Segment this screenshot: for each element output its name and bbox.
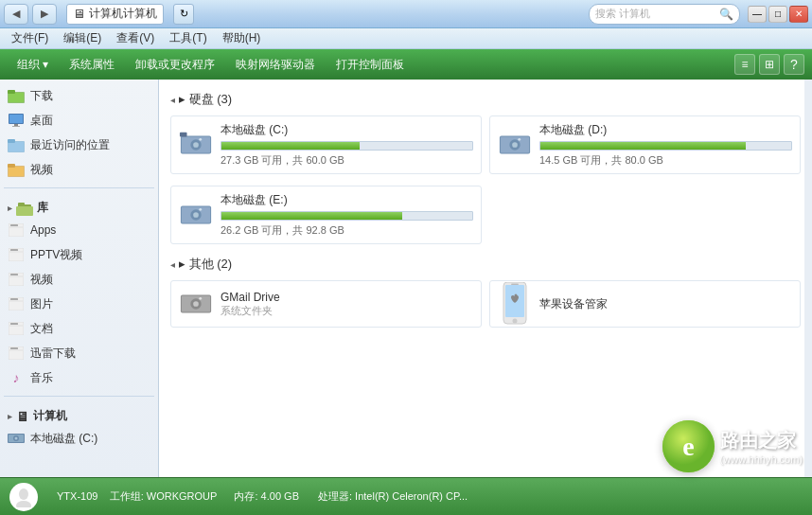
svg-rect-33 <box>10 347 18 349</box>
svg-rect-4 <box>9 115 23 123</box>
view-grid-button[interactable]: ⊞ <box>759 54 780 75</box>
toolbar-map-drive[interactable]: 映射网络驱动器 <box>226 54 325 76</box>
menu-tools[interactable]: 工具(T) <box>162 28 214 48</box>
svg-point-65 <box>16 501 31 507</box>
processor-label: 处理器: <box>318 490 352 502</box>
minimize-button[interactable]: — <box>748 6 767 23</box>
library-arrow: ▸ <box>8 204 12 213</box>
drive-d-name: 本地磁盘 (D:) <box>539 122 792 138</box>
maximize-button[interactable]: □ <box>768 6 787 23</box>
search-input[interactable]: 搜索 计算机 🔍 <box>589 4 740 25</box>
svg-text:e: e <box>682 432 694 461</box>
sidebar-divider <box>4 187 154 188</box>
other-header[interactable]: ◂ ▸ 其他 (2) <box>170 256 801 273</box>
view-list-button[interactable]: ≡ <box>734 54 755 75</box>
help-button[interactable]: ? <box>784 54 804 75</box>
others-grid: GMail Drive 系统文件夹 <box>170 280 801 328</box>
library-section: ▸ 库 Apps <box>0 190 158 394</box>
sidebar-item-pictures-label: 图片 <box>30 296 53 312</box>
menu-file[interactable]: 文件(F) <box>4 28 56 48</box>
computer-label: 计算机 <box>33 408 67 424</box>
sidebar-item-documents[interactable]: 文档 <box>0 316 158 341</box>
other-arrow: ◂ <box>170 259 175 270</box>
search-placeholder: 搜索 计算机 <box>595 7 650 21</box>
apple-device[interactable]: 苹果设备管家 <box>489 280 801 328</box>
gmail-drive[interactable]: GMail Drive 系统文件夹 <box>170 280 482 328</box>
drive-c-icon <box>179 128 213 162</box>
refresh-button[interactable]: ↻ <box>173 4 194 25</box>
status-info: YTX-109 工作组: WORKGROUP 内存: 4.00 GB <box>57 488 299 505</box>
drive-c[interactable]: 本地磁盘 (C:) 27.3 GB 可用，共 60.0 GB <box>170 115 482 174</box>
drive-e[interactable]: 本地磁盘 (E:) 26.2 GB 可用，共 92.8 GB <box>170 186 482 244</box>
drive-c-info: 本地磁盘 (C:) 27.3 GB 可用，共 60.0 GB <box>221 122 473 168</box>
sidebar-item-downloads-label: 下载 <box>30 88 53 104</box>
sidebar-item-desktop[interactable]: 桌面 <box>0 108 158 133</box>
title-bar-left: ◀ ▶ 🖥 计算机 计算机 ↻ <box>4 4 194 25</box>
drive-d-size: 14.5 GB 可用，共 80.0 GB <box>539 153 792 168</box>
documents-icon <box>8 320 25 337</box>
svg-rect-1 <box>9 93 24 102</box>
sidebar-item-music[interactable]: ♪ 音乐 <box>0 365 158 390</box>
svg-rect-8 <box>9 142 24 151</box>
menu-view[interactable]: 查看(V) <box>109 28 162 48</box>
sidebar-item-pptv[interactable]: PPTV视频 <box>0 242 158 267</box>
hard-disks-arrow: ◂ <box>170 95 175 105</box>
sidebar-item-thunder-label: 迅雷下载 <box>30 346 76 362</box>
computer-name: YTX-109 <box>57 490 97 502</box>
toolbar-view-controls: ≡ ⊞ ? <box>734 54 804 75</box>
title-bar: ◀ ▶ 🖥 计算机 计算机 ↻ 搜索 计算机 🔍 — □ ✕ <box>0 0 812 28</box>
workgroup-label: 工作组: <box>110 490 144 502</box>
toolbar-organize[interactable]: 组织 ▾ <box>8 54 58 76</box>
c-drive-icon <box>8 430 25 447</box>
drive-e-name: 本地磁盘 (E:) <box>221 192 473 208</box>
svg-point-52 <box>193 212 199 218</box>
computer-icon: 🖥 <box>73 7 85 21</box>
menu-edit[interactable]: 编辑(E) <box>56 28 109 48</box>
sidebar-item-downloads[interactable]: 下载 <box>0 83 158 108</box>
sidebar-item-thunder[interactable]: 迅雷下载 <box>0 341 158 365</box>
menu-help[interactable]: 帮助(H) <box>215 28 269 48</box>
sidebar-item-pictures[interactable]: 图片 <box>0 292 158 316</box>
sidebar-item-apps[interactable]: Apps <box>0 218 158 242</box>
watermark: e 路由之家 (www.hhhyh.com) <box>662 420 803 472</box>
sidebar-item-videos-label: 视频 <box>30 272 53 288</box>
svg-rect-11 <box>9 167 24 176</box>
sidebar-item-c-drive[interactable]: 本地磁盘 (C:) <box>0 426 158 451</box>
logo-text-area: 路由之家 (www.hhhyh.com) <box>720 428 803 465</box>
library-header[interactable]: ▸ 库 <box>0 194 158 218</box>
hard-disks-title: ▸ 硬盘 (3) <box>179 91 232 108</box>
computer-section: ▸ 🖥 计算机 本地磁盘 (C:) <box>0 399 158 454</box>
drive-e-row: 本地磁盘 (E:) 26.2 GB 可用，共 92.8 GB <box>170 186 801 244</box>
svg-point-47 <box>512 142 518 148</box>
gmail-drive-name: GMail Drive <box>221 291 280 304</box>
toolbar-control-panel[interactable]: 打开控制面板 <box>327 54 414 76</box>
thunder-icon <box>8 345 25 362</box>
drive-d-icon <box>498 128 532 162</box>
hard-disks-header[interactable]: ◂ ▸ 硬盘 (3) <box>170 91 801 108</box>
brand-name: 路由之家 <box>720 428 803 453</box>
drive-d-info: 本地磁盘 (D:) 14.5 GB 可用，共 80.0 GB <box>539 122 792 168</box>
svg-rect-43 <box>180 133 187 137</box>
toolbar-system-properties[interactable]: 系统属性 <box>60 54 124 76</box>
forward-button[interactable]: ▶ <box>32 4 57 25</box>
svg-point-64 <box>19 488 28 500</box>
svg-rect-14 <box>16 206 33 216</box>
svg-rect-27 <box>10 298 18 300</box>
sidebar-item-videos[interactable]: 视频 <box>0 267 158 292</box>
computer-header[interactable]: ▸ 🖥 计算机 <box>0 402 158 426</box>
processor-value: Intel(R) Celeron(R) CP... <box>355 490 468 502</box>
sidebar-item-video-quick[interactable]: 视频 <box>0 157 158 182</box>
address-bar[interactable]: 🖥 计算机 计算机 <box>66 4 164 25</box>
close-button[interactable]: ✕ <box>789 6 808 23</box>
drive-d[interactable]: 本地磁盘 (D:) 14.5 GB 可用，共 80.0 GB <box>489 115 801 174</box>
window-controls: — □ ✕ <box>748 6 808 23</box>
status-bar: YTX-109 工作组: WORKGROUP 内存: 4.00 GB 处理器: … <box>0 477 812 515</box>
computer-icon: 🖥 <box>16 409 29 424</box>
computer-arrow: ▸ <box>8 412 12 421</box>
sidebar-item-recent[interactable]: 最近访问的位置 <box>0 133 158 157</box>
sidebar-item-pptv-label: PPTV视频 <box>30 247 82 263</box>
menu-bar: 文件(F) 编辑(E) 查看(V) 工具(T) 帮助(H) <box>0 28 812 49</box>
content-area: ◂ ▸ 硬盘 (3) 本地磁盘 (C:) <box>159 80 812 477</box>
back-button[interactable]: ◀ <box>4 4 28 25</box>
toolbar-uninstall[interactable]: 卸载或更改程序 <box>126 54 224 76</box>
